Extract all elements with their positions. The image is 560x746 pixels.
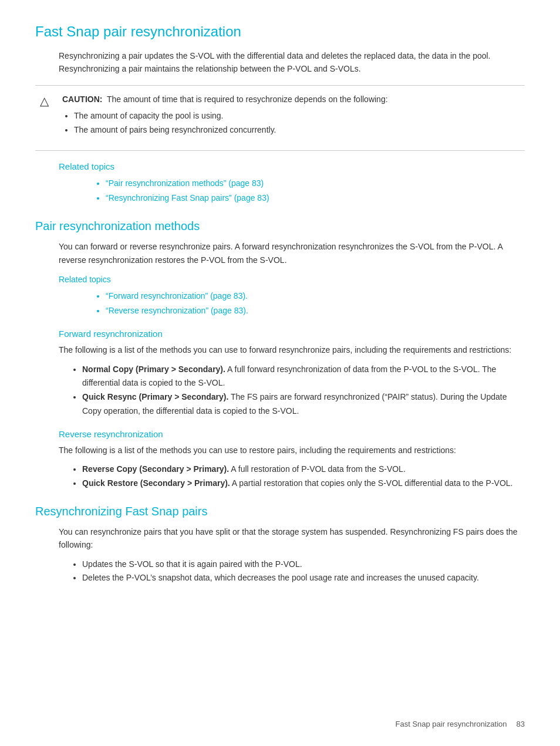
section3-bullets: Updates the S-VOL so that it is again pa… [82, 558, 525, 586]
page-title: Fast Snap pair resynchronization [35, 23, 525, 40]
reverse-bullet-1: Quick Restore (Secondary > Primary). A p… [82, 477, 525, 491]
related-link-2-0[interactable]: “Forward resynchronization” (page 83). [106, 289, 525, 303]
section3-bullet-1: Deletes the P-VOL’s snapshot data, which… [82, 571, 525, 585]
section2-title: Pair resynchronization methods [35, 220, 525, 233]
forward-resync-text: The following is a list of the methods y… [59, 343, 525, 356]
related-link-1-0[interactable]: “Pair resynchronization methods” (page 8… [106, 176, 525, 191]
reverse-bullets: Reverse Copy (Secondary > Primary). A fu… [82, 463, 525, 491]
page-footer: Fast Snap pair resynchronization 83 [395, 720, 525, 728]
caution-box: △ CAUTION: The amount of time that is re… [35, 85, 525, 151]
related-links-2: “Forward resynchronization” (page 83). “… [106, 289, 525, 318]
section3-bullet-0: Updates the S-VOL so that it is again pa… [82, 558, 525, 572]
section3-title: Resynchronizing Fast Snap pairs [35, 505, 525, 518]
caution-text: The amount of time that is required to r… [104, 94, 387, 104]
caution-icon: △ [35, 94, 53, 108]
forward-bullet-0: Normal Copy (Primary > Secondary). A ful… [82, 363, 525, 391]
section3-text: You can resynchronize pairs that you hav… [59, 525, 525, 552]
footer-label: Fast Snap pair resynchronization [395, 720, 507, 728]
related-topics-1: Related topics “Pair resynchronization m… [59, 161, 525, 205]
related-topics-1-title: Related topics [59, 161, 525, 171]
forward-resync-title: Forward resynchronization [59, 329, 525, 339]
footer-page: 83 [517, 720, 525, 728]
caution-content: CAUTION: The amount of time that is requ… [62, 93, 525, 143]
related-topics-2-title: Related topics [59, 275, 525, 284]
caution-bullet-2: The amount of pairs being resynchronized… [74, 123, 525, 137]
caution-bullet-1: The amount of capacity the pool is using… [74, 109, 525, 123]
related-link-1-1[interactable]: “Resynchronizing Fast Snap pairs” (page … [106, 191, 525, 205]
section2-text: You can forward or reverse resynchronize… [59, 240, 525, 266]
related-link-2-1[interactable]: “Reverse resynchronization” (page 83). [106, 303, 525, 318]
reverse-resync-title: Reverse resynchronization [59, 429, 525, 439]
related-topics-2: Related topics “Forward resynchronizatio… [59, 275, 525, 318]
related-links-1: “Pair resynchronization methods” (page 8… [106, 176, 525, 205]
intro-text: Resynchronizing a pair updates the S-VOL… [59, 49, 525, 76]
caution-bullets: The amount of capacity the pool is using… [74, 109, 525, 137]
caution-label: CAUTION: [62, 94, 102, 104]
forward-bullet-1: Quick Resync (Primary > Secondary). The … [82, 390, 525, 418]
reverse-resync-text: The following is a list of the methods y… [59, 444, 525, 457]
reverse-bullet-0: Reverse Copy (Secondary > Primary). A fu… [82, 463, 525, 477]
forward-bullets: Normal Copy (Primary > Secondary). A ful… [82, 363, 525, 418]
